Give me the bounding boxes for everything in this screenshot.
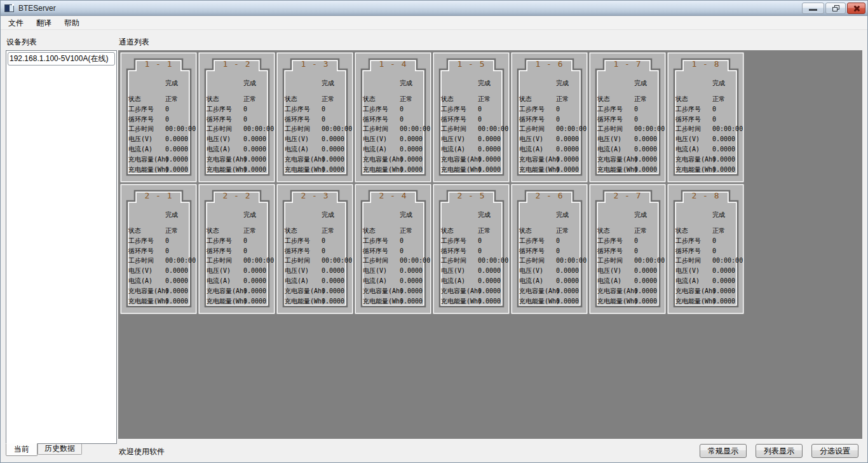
tab-current[interactable]: 当前 [6, 443, 37, 456]
channel-card-row-value: 0.0000 [400, 144, 423, 155]
channel-card-row-value: 0.0000 [400, 165, 423, 175]
channel-card-row: 电压(V)0.0000 [356, 134, 430, 144]
channel-card-row-label: 电流(A) [285, 144, 309, 155]
channel-card-row-label: 工步序号 [285, 104, 310, 114]
close-button[interactable] [847, 3, 865, 14]
channel-card[interactable]: 1 - 3 完成 状态正常工步序号0循环序号0工步时间00:00:00电压(V)… [278, 53, 352, 181]
channel-card-row-value: 0.0000 [400, 266, 423, 276]
channel-card-row-label: 循环序号 [675, 246, 701, 256]
channel-card-row: 充电容量(Ah)0.0000 [668, 155, 743, 165]
channel-card-row-label: 工步时间 [285, 124, 310, 134]
channel-card-row: 状态正常 [434, 226, 508, 236]
channel-card-row-value: 0.0000 [165, 155, 188, 165]
channel-card-row-label: 电流(A) [441, 144, 465, 155]
channel-card-row: 电压(V)0.0000 [512, 134, 587, 144]
channel-card-row-value: 0.0000 [634, 296, 657, 307]
channel-card[interactable]: 2 - 7 完成 状态正常工步序号0循环序号0工步时间00:00:00电压(V)… [590, 185, 665, 313]
channel-card-row-value: 0.0000 [712, 144, 735, 155]
channel-card-row: 充电容量(Ah)0.0000 [434, 286, 508, 296]
channel-card-row-label: 充电能量(Wh) [363, 296, 403, 307]
channel-card-row-label: 状态 [519, 226, 532, 236]
channel-card-row-label: 电流(A) [675, 144, 700, 155]
channel-card[interactable]: 2 - 2 完成 状态正常工步序号0循环序号0工步时间00:00:00电压(V)… [200, 185, 274, 313]
regular-display-button[interactable]: 常规显示 [700, 444, 747, 458]
channel-card[interactable]: 2 - 8 完成 状态正常工步序号0循环序号0工步时间00:00:00电压(V)… [668, 185, 743, 313]
sorting-settings-button[interactable]: 分选设置 [811, 444, 858, 458]
channel-card-row: 充电能量(Wh)0.0000 [434, 165, 508, 175]
channel-card[interactable]: 2 - 1 完成 状态正常工步序号0循环序号0工步时间00:00:00电压(V)… [121, 185, 196, 313]
channel-card-row-value: 0 [165, 114, 169, 125]
channel-card-rows: 状态正常工步序号0循环序号0工步时间00:00:00电压(V)0.0000电流(… [200, 94, 274, 174]
channel-card-row-value: 00:00:00 [322, 256, 352, 266]
channel-card-title: 1 - 4 [369, 59, 417, 69]
channel-card-row-value: 0.0000 [478, 165, 501, 175]
menu-item-translate[interactable]: 翻译 [30, 16, 58, 31]
restore-button[interactable] [825, 3, 846, 14]
channel-list-label: 通道列表 [119, 37, 149, 48]
channel-card-banner: 完成 [322, 79, 334, 88]
channel-card-row-label: 状态 [363, 226, 376, 236]
channel-card-row-value: 0.0000 [322, 144, 344, 155]
channel-card[interactable]: 2 - 5 完成 状态正常工步序号0循环序号0工步时间00:00:00电压(V)… [434, 185, 508, 313]
channel-card-row-value: 0.0000 [322, 134, 344, 144]
channel-card-row-label: 工步序号 [597, 104, 623, 114]
close-icon [853, 5, 860, 12]
channel-card-row-label: 充电能量(Wh) [207, 296, 247, 307]
tab-history-data[interactable]: 历史数据 [37, 444, 82, 455]
channel-card-row-value: 0 [165, 246, 169, 256]
channel-card-row-value: 00:00:00 [634, 124, 665, 134]
channel-card-row-value: 正常 [712, 226, 725, 236]
channel-card-row: 充电容量(Ah)0.0000 [356, 155, 430, 165]
minimize-button[interactable] [802, 3, 824, 14]
channel-card-row: 工步时间00:00:00 [668, 256, 743, 266]
channel-card-row-value: 0 [478, 236, 482, 246]
channel-card[interactable]: 1 - 4 完成 状态正常工步序号0循环序号0工步时间00:00:00电压(V)… [356, 53, 430, 181]
channel-card-row: 充电容量(Ah)0.0000 [121, 155, 196, 165]
channel-card-row-value: 0 [712, 236, 716, 246]
channel-card-rows: 状态正常工步序号0循环序号0工步时间00:00:00电压(V)0.0000电流(… [434, 94, 508, 174]
channel-card-row-label: 充电容量(Ah) [675, 286, 716, 296]
channel-card[interactable]: 1 - 6 完成 状态正常工步序号0循环序号0工步时间00:00:00电压(V)… [512, 53, 587, 181]
channel-card-row: 充电容量(Ah)0.0000 [200, 286, 274, 296]
channel-card[interactable]: 2 - 4 完成 状态正常工步序号0循环序号0工步时间00:00:00电压(V)… [356, 185, 430, 313]
channel-card-row-label: 工步序号 [207, 236, 232, 246]
channel-card-row: 充电能量(Wh)0.0000 [512, 296, 587, 307]
channel-card[interactable]: 1 - 7 完成 状态正常工步序号0循环序号0工步时间00:00:00电压(V)… [590, 53, 665, 181]
channel-card-row-value: 0 [556, 114, 560, 125]
channel-card-row: 循环序号0 [121, 246, 196, 256]
channel-card-row-label: 工步时间 [441, 256, 466, 266]
channel-card-row-value: 正常 [243, 226, 256, 236]
channel-card-row-value: 00:00:00 [556, 256, 587, 266]
channel-card-row-value: 0 [478, 104, 482, 114]
channel-card[interactable]: 2 - 3 完成 状态正常工步序号0循环序号0工步时间00:00:00电压(V)… [278, 185, 352, 313]
channel-card-rows: 状态正常工步序号0循环序号0工步时间00:00:00电压(V)0.0000电流(… [200, 226, 274, 306]
channel-card-row-value: 0.0000 [478, 296, 501, 307]
channel-card-row-value: 0.0000 [712, 266, 735, 276]
menu-item-file[interactable]: 文件 [2, 16, 30, 31]
channel-card-row-value: 0.0000 [243, 155, 266, 165]
channel-card-row-label: 工步序号 [128, 104, 154, 114]
channel-card-row: 电流(A)0.0000 [200, 276, 274, 286]
channel-card-row-value: 正常 [634, 94, 647, 104]
channel-card-row: 电压(V)0.0000 [668, 134, 743, 144]
list-display-button[interactable]: 列表显示 [756, 444, 803, 458]
channel-card-row: 状态正常 [590, 94, 665, 104]
channel-card-row-value: 0.0000 [478, 134, 501, 144]
channel-card[interactable]: 2 - 6 完成 状态正常工步序号0循环序号0工步时间00:00:00电压(V)… [512, 185, 587, 313]
channel-card[interactable]: 1 - 5 完成 状态正常工步序号0循环序号0工步时间00:00:00电压(V)… [434, 53, 508, 181]
menu-item-help[interactable]: 帮助 [58, 16, 86, 31]
channel-card-row: 电流(A)0.0000 [356, 276, 430, 286]
device-item[interactable]: 192.168.1.100-5V100A(在线) [8, 52, 115, 66]
channel-card-banner: 完成 [165, 211, 178, 219]
channel-card[interactable]: 1 - 8 完成 状态正常工步序号0循环序号0工步时间00:00:00电压(V)… [668, 53, 743, 181]
channel-card-row-label: 状态 [675, 226, 688, 236]
channel-card-row-label: 工步序号 [519, 104, 545, 114]
channel-card-row-label: 充电能量(Wh) [441, 296, 482, 307]
channel-card-row: 充电能量(Wh)0.0000 [668, 165, 743, 175]
channel-card[interactable]: 1 - 2 完成 状态正常工步序号0循环序号0工步时间00:00:00电压(V)… [200, 53, 274, 181]
channel-card-row: 工步序号0 [434, 104, 508, 114]
channel-card-row-label: 电压(V) [207, 134, 231, 144]
channel-card-row-value: 正常 [243, 94, 256, 104]
channel-card-row-label: 电流(A) [285, 276, 309, 286]
channel-card[interactable]: 1 - 1 完成 状态正常工步序号0循环序号0工步时间00:00:00电压(V)… [121, 53, 196, 181]
